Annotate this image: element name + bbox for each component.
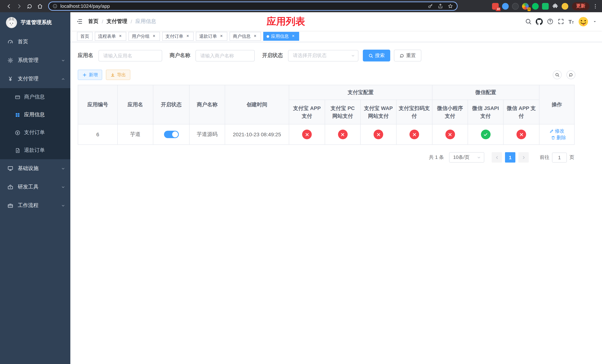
export-button[interactable]: 导出 (106, 70, 130, 80)
sidebar-item-infrastructure[interactable]: 基础设施 (0, 159, 70, 178)
toggle-search-icon[interactable] (553, 70, 562, 79)
delete-button[interactable]: 删除 (551, 134, 566, 141)
filter-form: 应用名 商户名称 开启状态 请选择开启状态 搜索 重置 (78, 50, 575, 62)
extension-icon-blue[interactable] (502, 3, 509, 10)
fullscreen-icon[interactable] (558, 18, 564, 25)
goto-label: 前往 (540, 154, 549, 161)
edit-button[interactable]: 修改 (549, 128, 564, 134)
address-bar[interactable]: localhost:1024/pay/app (48, 1, 458, 11)
sidebar-item-label: 应用信息 (24, 111, 45, 118)
password-key-icon[interactable] (428, 3, 433, 9)
tab-close-icon[interactable]: × (219, 34, 224, 39)
tab-close-icon[interactable]: × (291, 34, 296, 39)
sidebar-item-system[interactable]: 系统管理 (0, 51, 70, 70)
extension-icon-green-square[interactable] (542, 3, 549, 10)
browser-back-button[interactable] (4, 1, 14, 11)
reset-button[interactable]: 重置 (394, 50, 421, 62)
sidebar-item-workflow[interactable]: 工作流程 (0, 196, 70, 215)
tab-process-form[interactable]: 流程表单 × (95, 32, 126, 41)
sidebar-item-payment[interactable]: 支付管理 (0, 70, 70, 88)
tab-close-icon[interactable]: × (118, 34, 123, 39)
page-number-button[interactable]: 1 (505, 152, 515, 162)
prev-page-button[interactable] (492, 152, 502, 162)
select-caret-icon (477, 155, 481, 160)
search-icon[interactable] (525, 18, 532, 25)
breadcrumb-section[interactable]: 支付管理 (107, 18, 127, 25)
tab-refund-order[interactable]: 退款订单 × (196, 32, 227, 41)
chrome-update-button[interactable]: 更新 (572, 2, 589, 10)
app-window: localhost:1024/pay/app 10 1 (0, 0, 602, 364)
extensions-area: 10 1 (489, 3, 568, 10)
breadcrumb: 首页 / 支付管理 / 应用信息 (88, 18, 156, 25)
cell-created: 2021-10-23 08:49:25 (225, 124, 289, 145)
merchant-name-input[interactable] (195, 50, 255, 61)
site-info-icon[interactable] (53, 4, 57, 9)
sidebar-item-dev-tools[interactable]: 研发工具 (0, 178, 70, 196)
status-select[interactable]: 请选择开启状态 (288, 50, 358, 61)
tab-close-icon[interactable]: × (185, 34, 190, 39)
breadcrumb-separator: / (102, 19, 103, 24)
url-text[interactable]: localhost:1024/pay/app (60, 3, 425, 9)
add-button[interactable]: 新增 (78, 70, 102, 80)
tab-close-icon[interactable]: × (252, 34, 258, 39)
extension-icon-dark[interactable] (512, 3, 519, 10)
chevron-down-icon (61, 203, 65, 208)
tab-pay-order[interactable]: 支付订单 × (162, 32, 194, 41)
user-avatar[interactable] (578, 16, 589, 27)
status-toggle[interactable] (164, 131, 179, 138)
tab-close-icon[interactable]: × (151, 34, 157, 39)
sidebar-item-merchant-info[interactable]: 商户信息 (0, 88, 70, 106)
col-wx-mini: 微信小程序支付 (432, 100, 468, 124)
breadcrumb-home[interactable]: 首页 (88, 18, 98, 25)
tab-app-info[interactable]: 应用信息 × (263, 32, 299, 41)
alipay-wap-status-cross-icon (374, 130, 383, 139)
top-navbar: 首页 / 支付管理 / 应用信息 应用列表 TT (70, 12, 602, 31)
share-icon[interactable] (438, 3, 443, 9)
col-alipay-pc: 支付宝 PC 网站支付 (325, 100, 360, 124)
browser-home-button[interactable] (35, 1, 45, 11)
page-title: 应用列表 (267, 15, 305, 28)
avatar-caret-icon[interactable] (593, 20, 597, 23)
tab-merchant-info[interactable]: 商户信息 × (230, 32, 261, 41)
extension-icon-colorful[interactable]: 1 (522, 3, 529, 10)
browser-reload-button[interactable] (24, 1, 35, 11)
extension-badge: 1 (527, 7, 531, 11)
chevron-down-icon (61, 185, 65, 189)
col-alipay-wap: 支付宝 WAP 网站支付 (360, 100, 396, 124)
main-content: 应用名 商户名称 开启状态 请选择开启状态 搜索 重置 (70, 42, 602, 364)
alipay-app-status-cross-icon (302, 130, 312, 139)
profile-avatar-icon[interactable] (562, 3, 568, 10)
sidebar-fold-icon[interactable] (70, 18, 88, 25)
sidebar-item-home[interactable]: 首页 (0, 32, 70, 51)
col-alipay-scan: 支付宝扫码支付 (396, 100, 432, 124)
app-name-input[interactable] (98, 50, 162, 61)
breadcrumb-current: 应用信息 (136, 18, 156, 25)
browser-forward-button[interactable] (14, 1, 24, 11)
toolbox-icon (7, 184, 13, 190)
refresh-icon[interactable] (567, 70, 575, 79)
sidebar-logo[interactable]: 芋道管理系统 (0, 12, 70, 32)
extensions-puzzle-icon[interactable] (552, 3, 558, 9)
sidebar-item-pay-order[interactable]: 支付订单 (0, 124, 70, 141)
bookmark-star-icon[interactable] (448, 3, 453, 9)
search-button[interactable]: 搜索 (363, 50, 390, 62)
font-size-icon[interactable]: TT (569, 19, 574, 24)
page-size-select[interactable]: 10条/页 (449, 152, 484, 162)
extension-icon-red[interactable]: 10 (492, 3, 499, 10)
select-caret-icon (351, 54, 355, 58)
extension-badge: 10 (496, 7, 501, 11)
next-page-button[interactable] (518, 152, 529, 162)
goto-page-input[interactable] (552, 152, 567, 162)
tab-home[interactable]: 首页 (77, 32, 93, 41)
github-icon[interactable] (536, 18, 543, 25)
sidebar-item-label: 支付管理 (18, 75, 39, 82)
browser-menu-icon[interactable] (592, 3, 598, 9)
help-icon[interactable] (547, 18, 554, 25)
sidebar-item-app-info[interactable]: 应用信息 (0, 106, 70, 124)
sidebar-item-refund-order[interactable]: 退款订单 (0, 141, 70, 159)
tab-user-group[interactable]: 用户分组 × (129, 32, 160, 41)
col-merchant: 商户名称 (189, 85, 225, 124)
alipay-scan-status-cross-icon (409, 130, 419, 139)
extension-icon-green-circle[interactable] (532, 3, 539, 10)
table-toolbar: 新增 导出 (78, 70, 575, 80)
